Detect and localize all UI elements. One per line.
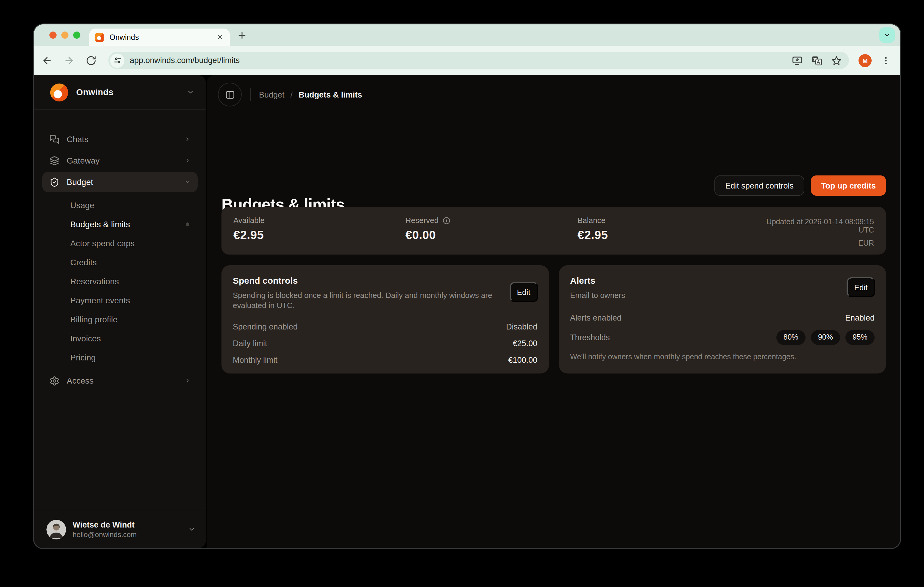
browser-toolbar: app.onwinds.com/budget/limits M	[34, 46, 900, 75]
row-label: Alerts enabled	[570, 313, 622, 322]
panel-left-icon	[225, 89, 235, 100]
sidebar-item-label: Budget	[67, 177, 177, 187]
row-spending-enabled: Spending enabled Disabled	[233, 318, 537, 335]
sidebar-item-chats[interactable]: Chats	[42, 129, 198, 149]
sidebar-item-invoices[interactable]: Invoices	[42, 329, 198, 348]
info-icon[interactable]	[442, 216, 450, 225]
sidebar-item-credits[interactable]: Credits	[42, 253, 198, 272]
reload-icon[interactable]	[86, 55, 96, 66]
chevron-right-icon	[185, 158, 190, 164]
page-actions: Edit spend controls Top up credits	[714, 176, 886, 196]
stat-value: €2.95	[578, 229, 749, 242]
gear-icon	[50, 376, 59, 386]
row-value: €100.00	[508, 355, 537, 364]
stat-value: €2.95	[233, 229, 406, 242]
stat-available: Available €2.95	[233, 216, 406, 255]
sidebar-nav: Chats Gateway Budget Usage	[34, 110, 206, 392]
address-bar[interactable]: app.onwinds.com/budget/limits	[108, 52, 849, 69]
main-content: Budget / Budgets & limits Budgets & limi…	[206, 75, 900, 548]
onwinds-logo-icon	[50, 82, 69, 102]
bookmark-star-icon[interactable]	[831, 55, 842, 66]
sidebar-toggle-button[interactable]	[218, 83, 242, 107]
browser-menu-icon[interactable]	[881, 56, 891, 65]
screen: Onwinds app.onwinds.com/budget/limit	[0, 0, 924, 587]
sidebar-item-payment-events[interactable]: Payment events	[42, 291, 198, 310]
top-up-credits-button[interactable]: Top up credits	[811, 176, 886, 196]
app-root: Onwinds Chats Gateway	[34, 75, 900, 548]
sidebar-item-usage[interactable]: Usage	[42, 196, 198, 215]
stat-reserved: Reserved €0.00	[406, 216, 578, 255]
tab-search-button[interactable]	[879, 27, 895, 43]
chevron-down-icon	[883, 31, 891, 39]
onwinds-favicon-icon	[95, 33, 104, 42]
url-text[interactable]: app.onwinds.com/budget/limits	[130, 56, 792, 65]
stat-meta: Updated at 2026-01-14 08:09:15 UTC EUR	[749, 216, 874, 255]
updated-at: Updated at 2026-01-14 08:09:15 UTC	[749, 218, 874, 234]
sidebar-item-label: Actor spend caps	[70, 238, 135, 248]
edit-spend-controls-button[interactable]: Edit spend controls	[714, 176, 804, 196]
back-icon[interactable]	[42, 55, 53, 66]
browser-profile-avatar[interactable]: M	[858, 54, 871, 67]
gateway-icon	[50, 156, 59, 166]
sidebar-item-label: Gateway	[67, 156, 177, 165]
row-value: €25.00	[513, 339, 537, 348]
sidebar-item-label: Billing profile	[70, 315, 117, 324]
sidebar-item-label: Credits	[70, 258, 97, 267]
org-name: Onwinds	[76, 87, 187, 97]
install-app-icon[interactable]	[792, 55, 802, 66]
browser-tab[interactable]: Onwinds	[89, 28, 230, 46]
sidebar-item-budgets-limits[interactable]: Budgets & limits	[42, 215, 198, 234]
edit-alerts-button[interactable]: Edit	[846, 277, 875, 298]
sidebar-item-label: Access	[67, 376, 177, 385]
site-settings-icon[interactable]	[110, 53, 124, 67]
sidebar-item-reservations[interactable]: Reservations	[42, 272, 198, 291]
alerts-card: Edit Alerts Email to owners Alerts enabl…	[559, 265, 886, 373]
stat-label: Balance	[578, 216, 606, 225]
org-switcher[interactable]: Onwinds	[34, 75, 206, 110]
user-avatar	[46, 520, 66, 539]
stat-label: Reserved	[406, 216, 439, 225]
zoom-window-button[interactable]	[73, 31, 80, 39]
forward-icon[interactable]	[64, 55, 74, 66]
breadcrumb-parent[interactable]: Budget	[259, 90, 285, 99]
close-window-button[interactable]	[50, 31, 56, 39]
user-menu[interactable]: Wietse de Windt hello@onwinds.com	[34, 510, 206, 548]
user-email: hello@onwinds.com	[73, 530, 188, 539]
row-alerts-enabled: Alerts enabled Enabled	[570, 309, 874, 326]
tab-close-icon[interactable]	[215, 33, 224, 42]
edit-spend-controls-card-button[interactable]: Edit	[509, 282, 538, 302]
threshold-pill: 95%	[845, 330, 874, 345]
spend-controls-rows: Spending enabled Disabled Daily limit €2…	[233, 318, 537, 368]
threshold-pill: 90%	[811, 330, 840, 345]
stat-value: €0.00	[406, 229, 578, 242]
sidebar-item-label: Chats	[67, 135, 177, 144]
active-page-dot	[186, 222, 189, 226]
sidebar-item-label: Reservations	[70, 276, 119, 286]
balance-summary-bar: Available €2.95 Reserved €0.00 Balance €…	[221, 207, 886, 255]
sidebar-item-gateway[interactable]: Gateway	[42, 150, 198, 171]
row-label: Monthly limit	[233, 355, 277, 364]
page-header: Budget / Budgets & limits	[218, 83, 362, 107]
stat-balance: Balance €2.95	[578, 216, 749, 255]
new-tab-icon[interactable]	[237, 30, 247, 40]
sidebar-item-access[interactable]: Access	[42, 370, 198, 391]
breadcrumb-separator: /	[290, 90, 293, 99]
sidebar: Onwinds Chats Gateway	[34, 75, 206, 548]
budget-subnav: Usage Budgets & limits Actor spend caps …	[42, 193, 198, 367]
sidebar-item-actor-spend-caps[interactable]: Actor spend caps	[42, 234, 198, 253]
row-value: Disabled	[506, 322, 537, 331]
chevron-right-icon	[185, 136, 190, 142]
alerts-footnote: We’ll notify owners when monthly spend r…	[570, 353, 874, 361]
sidebar-item-budget[interactable]: Budget	[42, 172, 198, 192]
tab-strip: Onwinds	[34, 25, 900, 46]
sidebar-item-billing-profile[interactable]: Billing profile	[42, 310, 198, 329]
sidebar-item-label: Invoices	[70, 334, 101, 343]
budget-shield-icon	[50, 177, 59, 187]
threshold-pill: 80%	[776, 330, 805, 345]
threshold-pills: 80% 90% 95%	[776, 330, 874, 345]
sidebar-item-pricing[interactable]: Pricing	[42, 348, 198, 367]
sidebar-item-label: Budgets & limits	[70, 219, 130, 229]
divider	[250, 88, 251, 101]
translate-icon[interactable]	[812, 55, 822, 66]
minimize-window-button[interactable]	[61, 31, 68, 39]
